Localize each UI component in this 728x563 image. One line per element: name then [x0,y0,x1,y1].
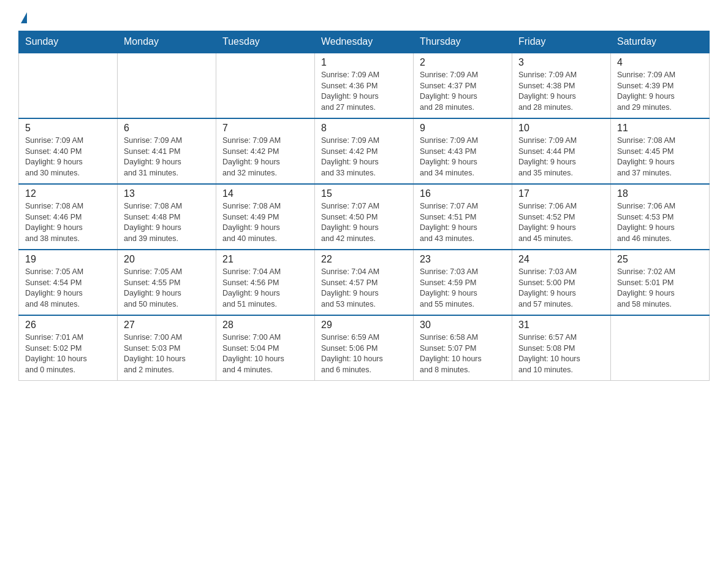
calendar-cell: 28Sunrise: 7:00 AM Sunset: 5:04 PM Dayli… [216,315,315,381]
column-header-saturday: Saturday [611,31,710,53]
calendar-cell: 31Sunrise: 6:57 AM Sunset: 5:08 PM Dayli… [512,315,611,381]
column-header-tuesday: Tuesday [216,31,315,53]
calendar-cell: 17Sunrise: 7:06 AM Sunset: 4:52 PM Dayli… [512,184,611,250]
calendar-cell: 15Sunrise: 7:07 AM Sunset: 4:50 PM Dayli… [315,184,414,250]
day-number: 14 [222,188,308,199]
calendar-cell: 25Sunrise: 7:02 AM Sunset: 5:01 PM Dayli… [611,250,710,315]
calendar-cell: 11Sunrise: 7:08 AM Sunset: 4:45 PM Dayli… [611,118,710,184]
day-info: Sunrise: 7:04 AM Sunset: 4:57 PM Dayligh… [321,267,407,310]
day-info: Sunrise: 6:58 AM Sunset: 5:07 PM Dayligh… [420,332,506,375]
calendar-cell [19,53,118,118]
day-number: 24 [518,254,604,265]
day-info: Sunrise: 7:08 AM Sunset: 4:49 PM Dayligh… [222,201,308,244]
day-number: 31 [518,320,604,331]
day-number: 16 [420,188,506,199]
day-number: 28 [222,320,308,331]
day-number: 17 [518,188,604,199]
calendar-cell: 27Sunrise: 7:00 AM Sunset: 5:03 PM Dayli… [118,315,216,381]
calendar-cell: 5Sunrise: 7:09 AM Sunset: 4:40 PM Daylig… [19,118,118,184]
calendar-cell: 13Sunrise: 7:08 AM Sunset: 4:48 PM Dayli… [118,184,216,250]
calendar-cell [611,315,710,381]
day-info: Sunrise: 7:09 AM Sunset: 4:40 PM Dayligh… [25,136,111,178]
calendar-cell: 7Sunrise: 7:09 AM Sunset: 4:42 PM Daylig… [216,118,315,184]
day-number: 25 [617,254,703,265]
day-info: Sunrise: 7:09 AM Sunset: 4:39 PM Dayligh… [617,70,703,113]
calendar-week-row: 12Sunrise: 7:08 AM Sunset: 4:46 PM Dayli… [19,184,710,250]
day-info: Sunrise: 7:06 AM Sunset: 4:53 PM Dayligh… [617,201,703,244]
calendar-cell: 24Sunrise: 7:03 AM Sunset: 5:00 PM Dayli… [512,250,611,315]
column-header-monday: Monday [118,31,216,53]
calendar-cell: 26Sunrise: 7:01 AM Sunset: 5:02 PM Dayli… [19,315,118,381]
page-header [18,12,710,25]
day-number: 2 [420,57,506,68]
day-number: 23 [420,254,506,265]
column-header-wednesday: Wednesday [315,31,414,53]
day-info: Sunrise: 7:09 AM Sunset: 4:42 PM Dayligh… [222,136,308,178]
calendar-cell: 18Sunrise: 7:06 AM Sunset: 4:53 PM Dayli… [611,184,710,250]
day-number: 8 [321,123,407,134]
calendar-cell: 8Sunrise: 7:09 AM Sunset: 4:42 PM Daylig… [315,118,414,184]
day-info: Sunrise: 7:05 AM Sunset: 4:54 PM Dayligh… [25,267,111,310]
day-info: Sunrise: 7:06 AM Sunset: 4:52 PM Dayligh… [518,201,604,244]
calendar-week-row: 1Sunrise: 7:09 AM Sunset: 4:36 PM Daylig… [19,53,710,118]
calendar-week-row: 5Sunrise: 7:09 AM Sunset: 4:40 PM Daylig… [19,118,710,184]
day-number: 19 [25,254,111,265]
day-info: Sunrise: 7:07 AM Sunset: 4:51 PM Dayligh… [420,201,506,244]
day-info: Sunrise: 7:09 AM Sunset: 4:43 PM Dayligh… [420,136,506,178]
calendar-cell: 4Sunrise: 7:09 AM Sunset: 4:39 PM Daylig… [611,53,710,118]
day-number: 11 [617,123,703,134]
calendar-cell [118,53,216,118]
day-number: 30 [420,320,506,331]
day-info: Sunrise: 6:57 AM Sunset: 5:08 PM Dayligh… [518,332,604,375]
day-info: Sunrise: 7:02 AM Sunset: 5:01 PM Dayligh… [617,267,703,310]
day-info: Sunrise: 7:09 AM Sunset: 4:41 PM Dayligh… [124,136,210,178]
logo-triangle-icon [21,12,27,23]
calendar-cell: 12Sunrise: 7:08 AM Sunset: 4:46 PM Dayli… [19,184,118,250]
day-info: Sunrise: 7:00 AM Sunset: 5:04 PM Dayligh… [222,332,308,375]
calendar-table: SundayMondayTuesdayWednesdayThursdayFrid… [18,31,710,381]
day-number: 15 [321,188,407,199]
calendar-week-row: 26Sunrise: 7:01 AM Sunset: 5:02 PM Dayli… [19,315,710,381]
day-number: 3 [518,57,604,68]
calendar-cell: 9Sunrise: 7:09 AM Sunset: 4:43 PM Daylig… [414,118,512,184]
day-info: Sunrise: 7:03 AM Sunset: 4:59 PM Dayligh… [420,267,506,310]
day-info: Sunrise: 7:09 AM Sunset: 4:42 PM Dayligh… [321,136,407,178]
logo [18,12,27,25]
day-info: Sunrise: 7:05 AM Sunset: 4:55 PM Dayligh… [124,267,210,310]
calendar-cell: 1Sunrise: 7:09 AM Sunset: 4:36 PM Daylig… [315,53,414,118]
day-info: Sunrise: 7:08 AM Sunset: 4:48 PM Dayligh… [124,201,210,244]
day-info: Sunrise: 7:09 AM Sunset: 4:36 PM Dayligh… [321,70,407,113]
day-info: Sunrise: 7:09 AM Sunset: 4:44 PM Dayligh… [518,136,604,178]
calendar-week-row: 19Sunrise: 7:05 AM Sunset: 4:54 PM Dayli… [19,250,710,315]
column-header-friday: Friday [512,31,611,53]
day-number: 22 [321,254,407,265]
day-number: 6 [124,123,210,134]
day-info: Sunrise: 7:08 AM Sunset: 4:46 PM Dayligh… [25,201,111,244]
calendar-cell: 10Sunrise: 7:09 AM Sunset: 4:44 PM Dayli… [512,118,611,184]
calendar-cell: 29Sunrise: 6:59 AM Sunset: 5:06 PM Dayli… [315,315,414,381]
calendar-cell: 14Sunrise: 7:08 AM Sunset: 4:49 PM Dayli… [216,184,315,250]
calendar-cell: 19Sunrise: 7:05 AM Sunset: 4:54 PM Dayli… [19,250,118,315]
day-number: 7 [222,123,308,134]
calendar-cell: 16Sunrise: 7:07 AM Sunset: 4:51 PM Dayli… [414,184,512,250]
day-info: Sunrise: 7:07 AM Sunset: 4:50 PM Dayligh… [321,201,407,244]
day-number: 5 [25,123,111,134]
day-number: 18 [617,188,703,199]
calendar-cell: 2Sunrise: 7:09 AM Sunset: 4:37 PM Daylig… [414,53,512,118]
column-header-sunday: Sunday [19,31,118,53]
column-header-thursday: Thursday [414,31,512,53]
day-info: Sunrise: 6:59 AM Sunset: 5:06 PM Dayligh… [321,332,407,375]
day-number: 13 [124,188,210,199]
day-number: 9 [420,123,506,134]
day-info: Sunrise: 7:09 AM Sunset: 4:37 PM Dayligh… [420,70,506,113]
day-number: 12 [25,188,111,199]
day-number: 26 [25,320,111,331]
day-number: 1 [321,57,407,68]
day-info: Sunrise: 7:00 AM Sunset: 5:03 PM Dayligh… [124,332,210,375]
day-info: Sunrise: 7:01 AM Sunset: 5:02 PM Dayligh… [25,332,111,375]
calendar-cell: 6Sunrise: 7:09 AM Sunset: 4:41 PM Daylig… [118,118,216,184]
calendar-cell: 23Sunrise: 7:03 AM Sunset: 4:59 PM Dayli… [414,250,512,315]
day-number: 21 [222,254,308,265]
day-number: 4 [617,57,703,68]
day-number: 29 [321,320,407,331]
